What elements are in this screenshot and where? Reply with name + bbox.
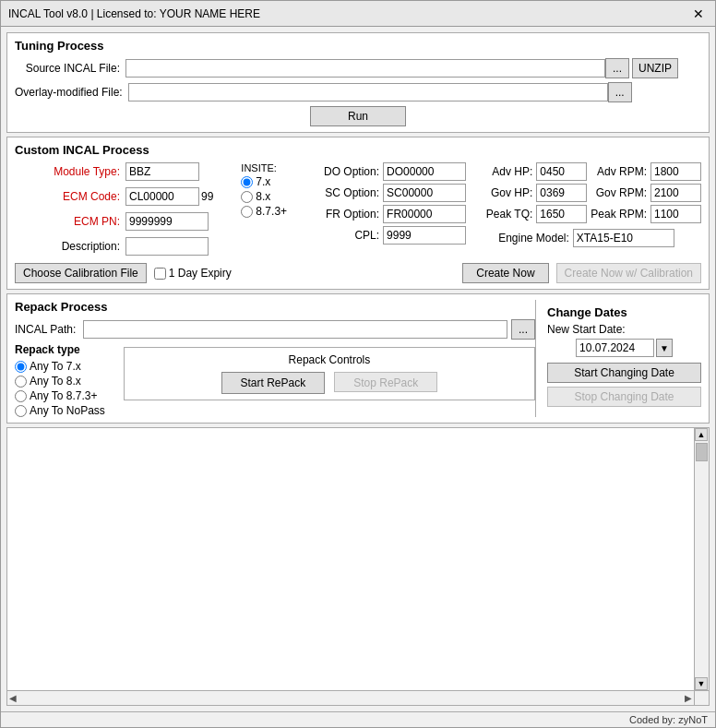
repack-radio-8x-input[interactable]	[15, 376, 27, 388]
engine-model-input[interactable]	[573, 229, 674, 247]
ecm-code-row: ECM Code: 99	[15, 187, 213, 206]
cpl-option-row: CPL:	[315, 226, 466, 245]
repack-section: Repack Process INCAL Path: ... Repack ty…	[6, 293, 710, 424]
repack-radio-873-input[interactable]	[15, 390, 27, 402]
adv-col: Adv HP: Adv RPM: Gov HP: Gov RPM: Peak T…	[486, 162, 701, 259]
adv-hp-input[interactable]	[536, 162, 587, 181]
ecm-suffix: 99	[201, 190, 213, 203]
repack-radio-7x[interactable]: Any To 7.x	[15, 360, 105, 373]
overlay-file-input[interactable]	[128, 83, 608, 101]
stop-repack-button[interactable]: Stop RePack	[334, 372, 437, 392]
source-file-browse-button[interactable]: ...	[605, 58, 629, 78]
radio-873-item[interactable]: 8.7.3+	[241, 205, 287, 218]
choose-calibration-button[interactable]: Choose Calibration File	[15, 263, 147, 283]
create-now-cal-button[interactable]: Create Now w/ Calibration	[556, 263, 701, 283]
repack-type-group: Any To 7.x Any To 8.x Any To 8.7.3+	[15, 360, 105, 417]
start-changing-date-button[interactable]: Start Changing Date	[547, 363, 701, 383]
scroll-thumb[interactable]	[696, 443, 708, 461]
repack-controls-title: Repack Controls	[130, 353, 529, 366]
repack-lower: Repack type Any To 7.x Any To 8.x	[15, 343, 535, 417]
calendar-button[interactable]: ▼	[656, 339, 673, 357]
scroll-right-arrow[interactable]: ▶	[685, 693, 692, 703]
date-row: ▼	[547, 339, 701, 357]
radio-7x-item[interactable]: 7.x	[241, 175, 287, 188]
unzip-button[interactable]: UNZIP	[632, 58, 678, 78]
gov-rpm-input[interactable]	[650, 184, 701, 202]
module-type-row: Module Type:	[15, 162, 213, 181]
peak-rpm-input[interactable]	[650, 205, 701, 223]
description-input[interactable]	[125, 237, 209, 256]
output-area: ▲ ▼ ◀ ▶	[6, 427, 710, 706]
repack-type-col: Repack type Any To 7.x Any To 8.x	[15, 343, 105, 417]
fr-option-row: FR Option:	[315, 205, 466, 223]
overlay-file-label: Overlay-modified File:	[15, 86, 128, 99]
date-input[interactable]	[576, 339, 654, 357]
radio-873[interactable]	[241, 206, 253, 218]
repack-radio-nopass[interactable]: Any To NoPass	[15, 404, 105, 417]
peak-rpm-label: Peak RPM:	[591, 208, 647, 221]
repack-controls-col: Repack Controls Start RePack Stop RePack	[124, 343, 535, 417]
custom-left-col: Module Type: ECM Code: 99 ECM PN: Descri…	[15, 162, 213, 259]
tuning-process-section: Tuning Process Source INCAL File: ... UN…	[6, 32, 710, 133]
source-file-label: Source INCAL File:	[15, 62, 125, 75]
sc-option-input[interactable]	[383, 184, 466, 202]
source-file-row: Source INCAL File: ... UNZIP	[15, 58, 701, 78]
custom-bottom-row: Choose Calibration File 1 Day Expiry Cre…	[15, 263, 701, 283]
incal-path-input[interactable]	[83, 320, 507, 339]
incal-path-label: INCAL Path:	[15, 323, 79, 336]
one-day-expiry-checkbox[interactable]	[154, 268, 166, 280]
scroll-up-arrow[interactable]: ▲	[695, 428, 708, 441]
description-label: Description:	[15, 240, 125, 253]
overlay-file-browse-button[interactable]: ...	[608, 82, 632, 102]
do-option-input[interactable]	[383, 162, 466, 181]
vertical-scrollbar[interactable]: ▲ ▼	[694, 428, 709, 690]
repack-873-label: Any To 8.7.3+	[30, 389, 98, 402]
custom-incal-grid: Module Type: ECM Code: 99 ECM PN: Descri…	[15, 162, 701, 259]
radio-8x-item[interactable]: 8.x	[241, 190, 287, 203]
do-option-label: DO Option:	[315, 165, 379, 178]
change-dates-title: Change Dates	[547, 305, 701, 319]
scroll-left-arrow[interactable]: ◀	[9, 693, 17, 703]
radio-7x[interactable]	[241, 176, 253, 188]
do-option-row: DO Option:	[315, 162, 466, 181]
start-repack-button[interactable]: Start RePack	[221, 372, 326, 394]
stop-changing-date-button[interactable]: Stop Changing Date	[547, 387, 701, 407]
scroll-down-arrow[interactable]: ▼	[695, 677, 708, 690]
ecm-code-label: ECM Code:	[15, 190, 125, 203]
run-button[interactable]: Run	[310, 106, 406, 126]
adv-rpm-input[interactable]	[650, 162, 701, 181]
scroll-corner	[694, 690, 709, 705]
close-button[interactable]: ✕	[689, 6, 708, 21]
source-file-input[interactable]	[125, 59, 605, 78]
horizontal-scrollbar[interactable]: ◀ ▶	[7, 690, 694, 705]
change-dates-col: Change Dates New Start Date: ▼ Start Cha…	[535, 300, 701, 417]
cpl-input[interactable]	[383, 226, 466, 245]
repack-radio-nopass-input[interactable]	[15, 405, 27, 417]
peak-tq-label: Peak TQ:	[486, 208, 532, 221]
gov-hp-label: Gov HP:	[486, 186, 532, 199]
repack-7x-label: Any To 7.x	[30, 360, 81, 373]
ecm-pn-input[interactable]	[125, 212, 209, 231]
peak-tq-input[interactable]	[536, 205, 587, 223]
repack-radio-7x-input[interactable]	[15, 361, 27, 373]
adv-rpm-label: Adv RPM:	[591, 165, 647, 178]
fr-option-label: FR Option:	[315, 208, 379, 221]
gov-rpm-label: Gov RPM:	[591, 186, 647, 199]
repack-title: Repack Process	[15, 300, 535, 314]
incal-path-browse-button[interactable]: ...	[511, 319, 535, 340]
radio-8x[interactable]	[241, 191, 253, 203]
status-bar: Coded by: zyNoT	[1, 711, 715, 727]
overlay-file-row: Overlay-modified File: ...	[15, 82, 701, 102]
one-day-expiry-label[interactable]: 1 Day Expiry	[154, 267, 232, 280]
create-now-button[interactable]: Create Now	[462, 263, 548, 283]
adv-hp-label: Adv HP:	[486, 165, 532, 178]
module-type-input[interactable]	[125, 162, 199, 181]
ecm-code-input[interactable]	[125, 187, 199, 206]
ecm-pn-row: ECM PN:	[15, 212, 213, 231]
repack-radio-8x[interactable]: Any To 8.x	[15, 375, 105, 388]
insite-radio-group: 7.x 8.x 8.7.3+	[241, 175, 287, 218]
status-text: Coded by: zyNoT	[629, 714, 708, 725]
gov-hp-input[interactable]	[536, 184, 587, 202]
fr-option-input[interactable]	[383, 205, 466, 223]
repack-radio-873[interactable]: Any To 8.7.3+	[15, 389, 105, 402]
